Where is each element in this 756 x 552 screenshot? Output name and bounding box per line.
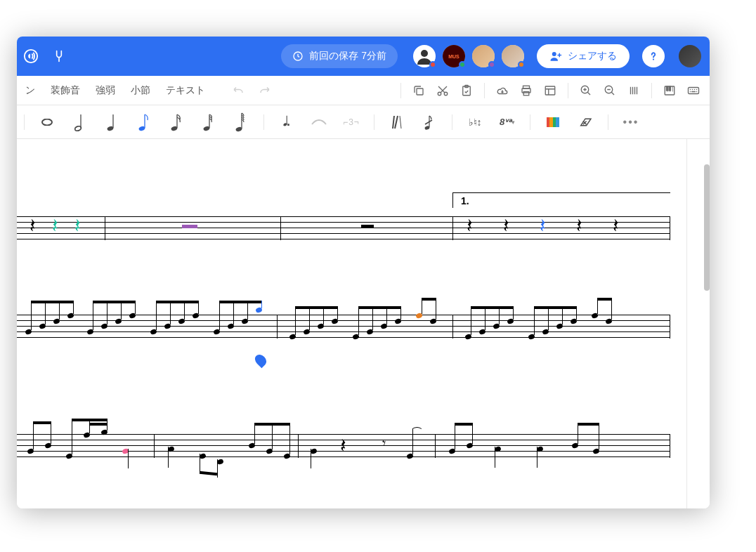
print-icon[interactable] (516, 80, 537, 101)
svg-line-36 (425, 120, 432, 124)
tie-icon[interactable] (308, 111, 330, 133)
app-header: 前回の保存 7分前 MUS シェアする (17, 37, 710, 76)
tuplet-icon[interactable]: ⌐3¬ (340, 111, 363, 133)
accidental-icon[interactable]: ♭♮↕ (464, 111, 486, 133)
save-status-pill[interactable]: 前回の保存 7分前 (281, 44, 398, 68)
menu-item-text[interactable]: テキスト (166, 84, 205, 97)
menu-item-measure[interactable]: 小節 (131, 84, 150, 97)
menu-item-ornament[interactable]: 装飾音 (51, 84, 80, 97)
svg-point-21 (42, 119, 52, 125)
volta-label: 1. (461, 195, 469, 206)
collaborator-avatar[interactable] (472, 45, 495, 67)
dot-icon[interactable]: 𝅘𝅥 . (275, 111, 298, 133)
quarter-note-icon[interactable] (100, 111, 123, 133)
layout-icon[interactable] (540, 80, 561, 101)
collaborator-avatar[interactable]: MUS (443, 45, 465, 67)
collaborator-avatar[interactable] (502, 45, 524, 67)
undo-icon[interactable] (228, 80, 249, 101)
svg-point-2 (421, 50, 428, 57)
thirtysecond-note-icon[interactable] (197, 111, 220, 133)
svg-rect-13 (523, 91, 529, 95)
help-button[interactable] (642, 45, 665, 67)
menu-item[interactable]: ン (25, 84, 35, 97)
save-status-text: 前回の保存 7分前 (309, 50, 386, 63)
redo-icon[interactable] (254, 80, 275, 101)
svg-rect-14 (545, 86, 555, 95)
color-palette-icon[interactable] (542, 111, 564, 133)
sixteenth-note-icon[interactable] (165, 111, 188, 133)
share-label: シェアする (568, 50, 617, 63)
scrollbar-thumb[interactable] (704, 164, 710, 291)
eighth-note-icon[interactable] (133, 111, 155, 133)
menu-item-dynamics[interactable]: 強弱 (96, 84, 115, 97)
grace-note-icon[interactable] (418, 111, 441, 133)
zoom-out-icon[interactable] (599, 80, 620, 101)
share-button[interactable]: シェアする (537, 44, 630, 68)
sixtyfourth-note-icon[interactable] (230, 111, 252, 133)
caesura-icon[interactable] (386, 111, 408, 133)
zoom-in-icon[interactable] (575, 80, 597, 101)
svg-rect-19 (669, 86, 670, 91)
svg-rect-6 (417, 88, 423, 95)
ottava-button[interactable]: 8ᵛᵃ ▾ (496, 111, 519, 133)
paste-icon[interactable] (456, 80, 477, 101)
audio-icon[interactable] (22, 48, 39, 65)
user-avatar[interactable] (679, 45, 701, 67)
more-icon[interactable]: ••• (620, 111, 642, 133)
svg-point-3 (552, 52, 556, 56)
collaborator-avatars: MUS (413, 45, 524, 67)
piano-icon[interactable] (659, 80, 680, 101)
half-note-icon[interactable] (68, 111, 91, 133)
erase-icon[interactable] (574, 111, 597, 133)
svg-point-0 (25, 50, 37, 63)
keyboard-icon[interactable] (683, 80, 704, 101)
collaborator-avatar[interactable] (413, 45, 436, 67)
whole-note-icon[interactable] (36, 111, 58, 133)
note-toolbar: 𝅘𝅥 . ⌐3¬ ♭♮↕ 8ᵛᵃ ▾ ••• (17, 105, 710, 139)
tuning-fork-icon[interactable] (51, 48, 67, 65)
svg-rect-18 (667, 86, 668, 91)
svg-point-5 (653, 58, 654, 60)
cut-icon[interactable] (432, 80, 453, 101)
menu-bar: ン 装飾音 強弱 小節 テキスト (17, 76, 710, 105)
copy-icon[interactable] (408, 80, 429, 101)
score-canvas[interactable]: 𝄽 𝄽 𝄽 1. 𝄽 𝄽 𝄽 𝄽 𝄽 (17, 139, 710, 508)
svg-rect-20 (689, 87, 699, 93)
cloud-download-icon[interactable] (492, 80, 513, 101)
staff-lines-icon[interactable] (623, 80, 644, 101)
